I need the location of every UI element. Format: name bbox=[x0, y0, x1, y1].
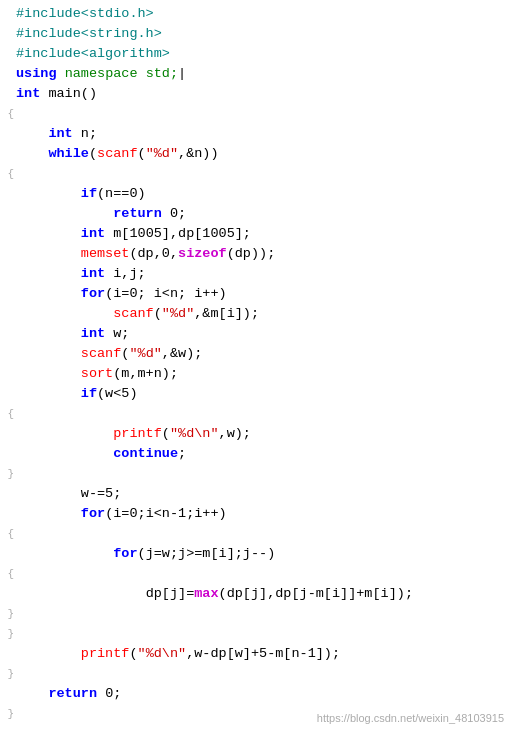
code-line-24: } bbox=[0, 464, 512, 484]
code-content-33: printf("%d\n",w-dp[w]+5-m[n-1]); bbox=[16, 644, 512, 664]
code-line-15: for(i=0; i<n; i++) bbox=[0, 284, 512, 304]
code-content-8: while(scanf("%d",&n)) bbox=[16, 144, 512, 164]
code-content-17: int w; bbox=[16, 324, 512, 344]
code-line-16: scanf("%d",&m[i]); bbox=[0, 304, 512, 324]
code-line-1: #include<stdio.h> bbox=[0, 4, 512, 24]
code-line-6: { bbox=[0, 104, 512, 124]
code-line-23: continue; bbox=[0, 444, 512, 464]
code-line-30: dp[j]=max(dp[j],dp[j-m[i]]+m[i]); bbox=[0, 584, 512, 604]
code-content-14: int i,j; bbox=[16, 264, 512, 284]
code-editor: #include<stdio.h> #include<string.h> #in… bbox=[0, 0, 512, 736]
gutter-6: { bbox=[2, 104, 16, 124]
code-line-4: using namespace std;| bbox=[0, 64, 512, 84]
code-line-2: #include<string.h> bbox=[0, 24, 512, 44]
code-line-8: while(scanf("%d",&n)) bbox=[0, 144, 512, 164]
code-line-5: int main() bbox=[0, 84, 512, 104]
code-line-33: printf("%d\n",w-dp[w]+5-m[n-1]); bbox=[0, 644, 512, 664]
gutter-31: } bbox=[2, 604, 16, 624]
code-content-7: int n; bbox=[16, 124, 512, 144]
code-content-3: #include<algorithm> bbox=[16, 44, 512, 64]
code-line-11: return 0; bbox=[0, 204, 512, 224]
code-line-27: { bbox=[0, 524, 512, 544]
code-content-19: sort(m,m+n); bbox=[16, 364, 512, 384]
gutter-9: { bbox=[2, 164, 16, 184]
code-content-26: for(i=0;i<n-1;i++) bbox=[16, 504, 512, 524]
code-content-25: w-=5; bbox=[16, 484, 512, 504]
gutter-36: } bbox=[2, 704, 16, 724]
code-content-15: for(i=0; i<n; i++) bbox=[16, 284, 512, 304]
code-content-35: return 0; bbox=[16, 684, 512, 704]
code-line-22: printf("%d\n",w); bbox=[0, 424, 512, 444]
code-content-22: printf("%d\n",w); bbox=[16, 424, 512, 444]
code-line-34: } bbox=[0, 664, 512, 684]
code-content-2: #include<string.h> bbox=[16, 24, 512, 44]
gutter-27: { bbox=[2, 524, 16, 544]
code-line-10: if(n==0) bbox=[0, 184, 512, 204]
code-content-23: continue; bbox=[16, 444, 512, 464]
code-line-25: w-=5; bbox=[0, 484, 512, 504]
code-content-28: for(j=w;j>=m[i];j--) bbox=[16, 544, 512, 564]
code-content-13: memset(dp,0,sizeof(dp)); bbox=[16, 244, 512, 264]
watermark: https://blog.csdn.net/weixin_48103915 bbox=[317, 708, 504, 728]
code-content-20: if(w<5) bbox=[16, 384, 512, 404]
code-line-29: { bbox=[0, 564, 512, 584]
code-content-4: using namespace std;| bbox=[16, 64, 512, 84]
gutter-24: } bbox=[2, 464, 16, 484]
code-line-14: int i,j; bbox=[0, 264, 512, 284]
gutter-32: } bbox=[2, 624, 16, 644]
code-line-17: int w; bbox=[0, 324, 512, 344]
code-content-11: return 0; bbox=[16, 204, 512, 224]
code-content-5: int main() bbox=[16, 84, 512, 104]
code-line-26: for(i=0;i<n-1;i++) bbox=[0, 504, 512, 524]
gutter-21: { bbox=[2, 404, 16, 424]
code-line-31: } bbox=[0, 604, 512, 624]
code-line-21: { bbox=[0, 404, 512, 424]
code-line-28: for(j=w;j>=m[i];j--) bbox=[0, 544, 512, 564]
code-line-19: sort(m,m+n); bbox=[0, 364, 512, 384]
code-line-13: memset(dp,0,sizeof(dp)); bbox=[0, 244, 512, 264]
code-line-32: } bbox=[0, 624, 512, 644]
gutter-29: { bbox=[2, 564, 16, 584]
code-content-1: #include<stdio.h> bbox=[16, 4, 512, 24]
code-line-7: int n; bbox=[0, 124, 512, 144]
code-content-16: scanf("%d",&m[i]); bbox=[16, 304, 512, 324]
code-content-18: scanf("%d",&w); bbox=[16, 344, 512, 364]
code-content-30: dp[j]=max(dp[j],dp[j-m[i]]+m[i]); bbox=[16, 584, 512, 604]
code-line-20: if(w<5) bbox=[0, 384, 512, 404]
code-line-35: return 0; bbox=[0, 684, 512, 704]
code-content-10: if(n==0) bbox=[16, 184, 512, 204]
code-content-12: int m[1005],dp[1005]; bbox=[16, 224, 512, 244]
code-line-18: scanf("%d",&w); bbox=[0, 344, 512, 364]
gutter-34: } bbox=[2, 664, 16, 684]
code-line-12: int m[1005],dp[1005]; bbox=[0, 224, 512, 244]
code-line-9: { bbox=[0, 164, 512, 184]
code-line-3: #include<algorithm> bbox=[0, 44, 512, 64]
